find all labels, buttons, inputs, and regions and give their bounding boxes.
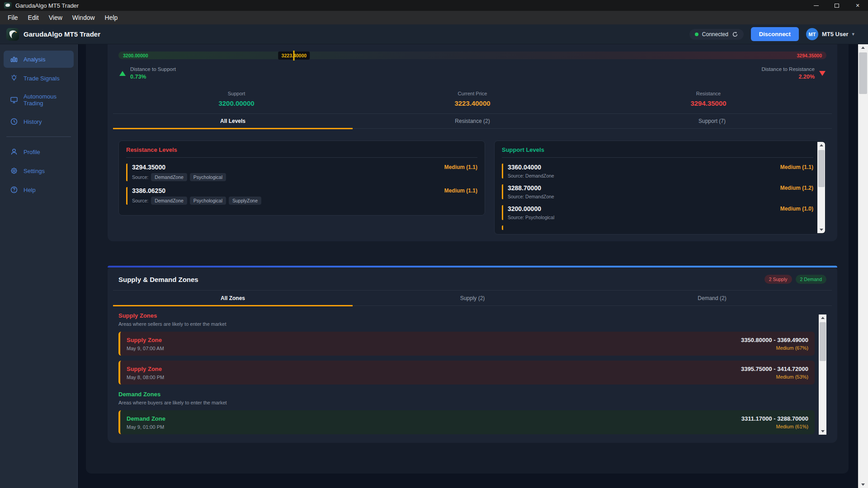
- main-scrollbar[interactable]: [858, 44, 868, 488]
- demand-count-badge: 2 Demand: [796, 275, 826, 284]
- gear-icon: [10, 167, 18, 175]
- distance-support-label: Distance to Support: [130, 66, 176, 72]
- menu-file[interactable]: File: [3, 12, 23, 23]
- resistance-levels-panel: Resistance Levels 3294.35000 Medium (1.1…: [118, 141, 485, 216]
- menu-help[interactable]: Help: [100, 12, 123, 23]
- zones-scrollbar[interactable]: [819, 314, 826, 435]
- window-title: GarudaAlgo MT5 Trader: [15, 2, 79, 9]
- scrollbar-thumb[interactable]: [820, 322, 826, 361]
- resistance-level-row[interactable]: 3386.06250 Medium (1.1) Source: DemandZo…: [126, 187, 477, 205]
- menubar: File Edit View Window Help: [0, 11, 868, 24]
- scroll-up-icon[interactable]: [817, 142, 825, 149]
- distance-to-resistance: Distance to Resistance 2.20%: [761, 66, 826, 80]
- price-summary-row: Support 3200.00000 Current Price 3223.40…: [118, 91, 826, 107]
- scroll-up-icon[interactable]: [819, 314, 826, 321]
- panel-divider: [126, 157, 477, 158]
- support-label: Support: [118, 91, 354, 96]
- user-icon: [10, 148, 18, 156]
- card-accent-border: [108, 266, 837, 267]
- scroll-down-icon[interactable]: [819, 428, 826, 435]
- supply-zones-subtitle: Areas where sellers are likely to enter …: [118, 321, 815, 327]
- sidebar-item-settings[interactable]: Settings: [4, 162, 74, 179]
- maximize-icon: [835, 4, 839, 8]
- tab-all-zones[interactable]: All Zones: [113, 291, 353, 305]
- demand-zones-subtitle: Areas where buyers are likely to enter t…: [118, 400, 815, 405]
- sidebar-item-trade-signals[interactable]: Trade Signals: [4, 70, 74, 87]
- summary-current-price: Current Price 3223.40000: [354, 91, 590, 107]
- price-range-bar: 3200.00000 3294.35000 3223.40000: [118, 52, 826, 59]
- support-level-row[interactable]: 3200.00000 Medium (1.0) Source: Psycholo…: [502, 205, 813, 220]
- demand-zone-row[interactable]: Demand Zone May 9, 01:00 PM 3311.17000 -…: [118, 410, 815, 434]
- scroll-up-icon[interactable]: [858, 44, 868, 51]
- panel-divider: [502, 157, 813, 158]
- scroll-down-icon[interactable]: [817, 226, 825, 233]
- zone-name: Supply Zone: [127, 366, 164, 372]
- tab-all-levels[interactable]: All Levels: [113, 114, 353, 128]
- resistance-value: 3294.35000: [590, 99, 826, 107]
- summary-resistance: Resistance 3294.35000: [590, 91, 826, 107]
- zones-tabs: All Zones Supply (2) Demand (2): [113, 291, 832, 306]
- close-icon: ✕: [855, 3, 859, 9]
- zone-strength: Medium (67%): [741, 345, 808, 351]
- header-actions: Connected Disconnect MT MT5 User ▾: [689, 27, 854, 41]
- chevron-down-icon: ▾: [852, 31, 854, 37]
- scrollbar-thumb[interactable]: [859, 52, 867, 94]
- supply-demand-card: Supply & Demand Zones 2 Supply 2 Demand …: [108, 266, 837, 443]
- levels-tabs: All Levels Resistance (2) Support (7): [113, 113, 832, 129]
- tab-support[interactable]: Support (7): [592, 114, 832, 128]
- menu-view[interactable]: View: [44, 12, 67, 23]
- status-dot-icon: [695, 33, 698, 36]
- price-levels-card: 3200.00000 3294.35000 3223.40000 Distanc…: [108, 44, 837, 241]
- support-panel-scrollbar[interactable]: [817, 142, 825, 233]
- lightbulb-icon: [10, 74, 18, 82]
- sidebar-item-autonomous-trading[interactable]: Autonomous Trading: [4, 89, 74, 111]
- scroll-down-icon[interactable]: [858, 481, 868, 488]
- user-menu[interactable]: MT MT5 User ▾: [806, 28, 854, 40]
- support-level-row[interactable]: 3360.04000 Medium (1.1) Source: DemandZo…: [502, 164, 813, 178]
- source-tag: DemandZone: [151, 173, 187, 181]
- support-levels-panel: Support Levels 3360.04000 Medium (1.1) S…: [494, 141, 826, 235]
- sidebar-item-history[interactable]: History: [4, 113, 74, 130]
- support-level-row[interactable]: 3288.70000 Medium (1.2) Source: DemandZo…: [502, 184, 813, 199]
- sidebar-item-analysis[interactable]: Analysis: [4, 51, 74, 68]
- close-button[interactable]: ✕: [847, 0, 868, 11]
- distance-support-value: 0.73%: [130, 74, 176, 80]
- supply-zone-row[interactable]: Supply Zone May 9, 07:00 AM 3350.80000 -…: [118, 332, 815, 356]
- resistance-panel-title: Resistance Levels: [126, 146, 477, 153]
- app-logo: [6, 28, 19, 41]
- source-tag: DemandZone: [151, 197, 187, 205]
- monitor-icon: [10, 96, 18, 104]
- summary-support: Support 3200.00000: [118, 91, 354, 107]
- maximize-button[interactable]: [826, 0, 847, 11]
- tab-supply[interactable]: Supply (2): [353, 291, 592, 305]
- sidebar-item-profile[interactable]: Profile: [4, 143, 74, 160]
- zone-time: May 8, 08:00 PM: [127, 375, 164, 380]
- source-label: Source:: [132, 198, 148, 203]
- source-tag: Psychological: [190, 197, 226, 205]
- username: MT5 User: [822, 31, 849, 38]
- menu-edit[interactable]: Edit: [23, 12, 44, 23]
- minimize-button[interactable]: [806, 0, 826, 11]
- zone-time: May 9, 01:00 PM: [127, 424, 165, 430]
- sidebar-item-help[interactable]: Help: [4, 181, 74, 198]
- window-titlebar: GarudaAlgo MT5 Trader ✕: [0, 0, 868, 11]
- minimize-icon: [814, 5, 819, 6]
- distance-row: Distance to Support 0.73% Distance to Re…: [118, 66, 826, 80]
- source-label: Source:: [132, 174, 148, 180]
- level-value: 3386.06250: [132, 187, 165, 194]
- supply-count-badge: 2 Supply: [764, 275, 792, 284]
- level-strength: Medium (1.0): [780, 206, 813, 212]
- scrollbar-thumb[interactable]: [818, 150, 825, 187]
- tab-demand[interactable]: Demand (2): [592, 291, 832, 305]
- disconnect-button[interactable]: Disconnect: [751, 27, 799, 41]
- app-header: GarudaAlgo MT5 Trader Connected Disconne…: [0, 24, 868, 44]
- resistance-level-row[interactable]: 3294.35000 Medium (1.1) Source: DemandZo…: [126, 164, 477, 181]
- tab-resistance[interactable]: Resistance (2): [353, 114, 592, 128]
- level-strength: Medium (1.1): [444, 164, 477, 170]
- sidebar-divider: [6, 136, 71, 137]
- level-value: 3294.35000: [132, 164, 165, 171]
- menu-window[interactable]: Window: [67, 12, 100, 23]
- refresh-icon[interactable]: [732, 31, 738, 38]
- source-label: Source: Psychological: [508, 215, 554, 220]
- supply-zone-row[interactable]: Supply Zone May 8, 08:00 PM 3395.75000 -…: [118, 361, 815, 385]
